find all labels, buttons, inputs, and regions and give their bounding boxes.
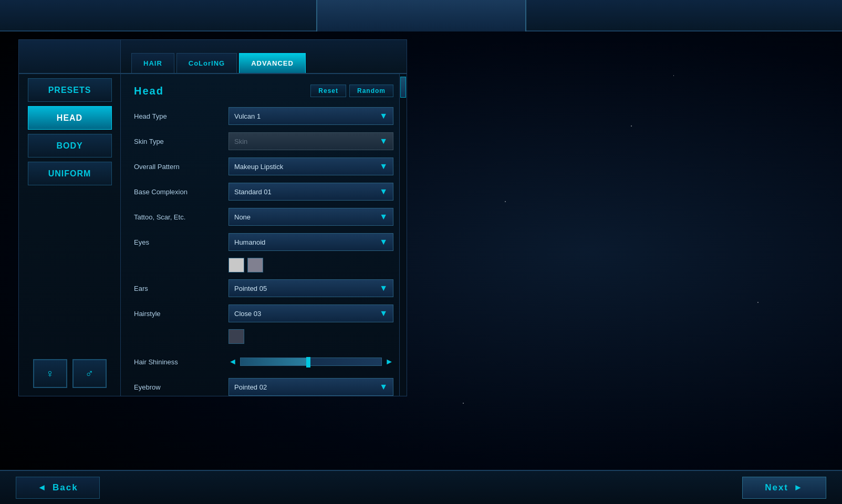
skin-type-row: Skin Type Skin ▼ [134,132,393,151]
tab-coloring[interactable]: CoLorING [176,53,237,73]
eyes-swatch-1[interactable] [228,258,244,272]
head-type-arrow-icon: ▼ [379,111,388,121]
hair-shininess-left-arrow-icon[interactable]: ◄ [228,357,237,366]
sidebar-item-presets[interactable]: PRESETS [28,78,112,102]
back-button[interactable]: ◄ Back [16,477,100,499]
sidebar-item-head[interactable]: HEAD [28,106,112,130]
hair-shininess-thumb[interactable] [306,357,310,368]
next-label: Next [765,482,788,493]
tab-hair[interactable]: HAIR [131,53,174,73]
tattoo-scar-label: Tattoo, Scar, Etc. [134,213,228,221]
hair-color-swatch[interactable] [228,329,244,344]
tab-advanced[interactable]: ADVANCED [239,53,306,73]
next-arrow-icon: ► [794,482,804,493]
eyes-swatches [134,258,393,272]
base-complexion-control: Standard 01 ▼ [228,183,393,201]
scroll-indicator[interactable] [399,74,407,396]
gender-female-button[interactable]: ♀ [33,359,67,388]
head-section-title: Head [134,85,164,97]
eyes-swatch-2[interactable] [247,258,263,272]
head-section-header: Head Reset Random [134,85,393,97]
hair-shininess-track[interactable] [240,358,382,366]
bottom-navigation: ◄ Back Next ► [0,470,842,504]
next-button[interactable]: Next ► [742,477,826,499]
hairstyle-control: Close 03 ▼ [228,304,393,322]
hair-shininess-fill [241,358,308,365]
head-type-dropdown[interactable]: Vulcan 1 ▼ [228,107,393,125]
tattoo-scar-arrow-icon: ▼ [379,212,388,222]
ears-label: Ears [134,285,228,292]
top-bar [0,0,842,32]
hairstyle-arrow-icon: ▼ [379,309,388,318]
scroll-content[interactable]: Head Reset Random Head Type Vulcan 1 ▼ [121,74,407,396]
eyes-dropdown[interactable]: Humanoid ▼ [228,233,393,251]
overall-pattern-label: Overall Pattern [134,163,228,171]
skin-type-control: Skin ▼ [228,132,393,150]
hair-color-swatch-row [134,329,393,346]
skin-type-dropdown: Skin ▼ [228,132,393,150]
ears-arrow-icon: ▼ [379,284,388,293]
head-section-buttons: Reset Random [310,85,393,97]
head-random-button[interactable]: Random [349,85,393,97]
back-arrow-icon: ◄ [37,482,47,493]
ears-dropdown[interactable]: Pointed 05 ▼ [228,279,393,297]
eyebrow-row: Eyebrow Pointed 02 ▼ [134,377,393,396]
tattoo-scar-dropdown[interactable]: None ▼ [228,208,393,226]
ears-row: Ears Pointed 05 ▼ [134,279,393,298]
eyes-control: Humanoid ▼ [228,233,393,251]
skin-type-label: Skin Type [134,138,228,145]
base-complexion-dropdown[interactable]: Standard 01 ▼ [228,183,393,201]
eyes-row: Eyes Humanoid ▼ [134,233,393,251]
skin-type-arrow-icon: ▼ [379,136,388,146]
sidebar-top-bar [19,40,120,74]
tattoo-scar-row: Tattoo, Scar, Etc. None ▼ [134,207,393,226]
head-type-label: Head Type [134,112,228,120]
main-panel: PRESETS HEAD BODY UNIFORM ♀ ♂ HAIR [18,39,407,396]
hair-shininess-slider: ◄ ► [228,357,393,366]
hair-shininess-row: Hair Shininess ◄ ► [134,352,393,371]
eyebrow-arrow-icon: ▼ [379,382,388,392]
overall-pattern-dropdown[interactable]: Makeup Lipstick ▼ [228,158,393,175]
hair-shininess-right-arrow-icon[interactable]: ► [385,357,393,366]
tattoo-scar-control: None ▼ [228,208,393,226]
eyebrow-label: Eyebrow [134,383,228,391]
content-panel: HAIR CoLorING ADVANCED Head Reset Random… [121,39,407,396]
eyes-arrow-icon: ▼ [379,237,388,247]
hair-shininess-control: ◄ ► [228,357,393,366]
head-reset-button[interactable]: Reset [310,85,346,97]
eyebrow-dropdown[interactable]: Pointed 02 ▼ [228,378,393,396]
sidebar: PRESETS HEAD BODY UNIFORM ♀ ♂ [18,39,121,396]
overall-pattern-control: Makeup Lipstick ▼ [228,158,393,175]
sidebar-item-uniform[interactable]: UNIFORM [28,162,112,185]
back-label: Back [53,482,78,493]
hairstyle-row: Hairstyle Close 03 ▼ [134,304,393,323]
gender-selector: ♀ ♂ [19,359,120,388]
head-type-control: Vulcan 1 ▼ [228,107,393,125]
eyes-label: Eyes [134,238,228,246]
hairstyle-label: Hairstyle [134,310,228,318]
hairstyle-dropdown[interactable]: Close 03 ▼ [228,304,393,322]
sidebar-item-body[interactable]: BODY [28,134,112,158]
head-type-row: Head Type Vulcan 1 ▼ [134,107,393,125]
ears-control: Pointed 05 ▼ [228,279,393,297]
hair-shininess-label: Hair Shininess [134,358,228,366]
base-complexion-arrow-icon: ▼ [379,187,388,196]
tabs-row: HAIR CoLorING ADVANCED [121,40,407,74]
base-complexion-row: Base Complexion Standard 01 ▼ [134,182,393,201]
scroll-thumb[interactable] [400,77,406,98]
overall-pattern-row: Overall Pattern Makeup Lipstick ▼ [134,157,393,176]
base-complexion-label: Base Complexion [134,188,228,196]
overall-pattern-arrow-icon: ▼ [379,162,388,171]
eyebrow-control: Pointed 02 ▼ [228,378,393,396]
gender-male-button[interactable]: ♂ [72,359,107,388]
top-bar-center [316,0,526,32]
